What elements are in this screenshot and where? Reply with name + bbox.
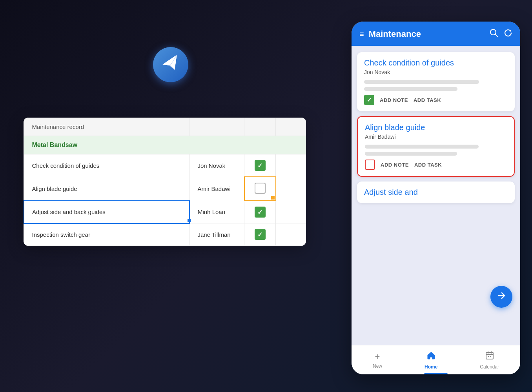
header-extra-col [276,118,306,136]
add-task-button-1[interactable]: ADD TASK [414,96,441,104]
status-cell[interactable] [244,177,276,201]
status-cell[interactable] [244,201,276,223]
task-card-2-actions: ADD NOTE ADD TASK [365,160,507,170]
spreadsheet-header-row: Maintenance record [24,118,306,136]
mobile-app-title: Maintenance [369,29,485,39]
nav-calendar-label: Calendar [480,364,499,370]
nav-item-home[interactable]: Home [417,349,445,371]
skeleton-line [364,80,479,84]
skeleton-line [364,87,457,91]
header-status-col [244,118,276,136]
checked-icon [255,207,266,218]
svg-rect-2 [486,352,493,359]
extra-cell [276,177,306,201]
task-name: Adjust side and back guides [24,201,189,223]
header-assignee-col [189,118,244,136]
svg-rect-7 [490,356,491,357]
table-row: Inspection switch gear Jane Tillman [24,223,306,246]
assignee-name: Jane Tillman [189,223,244,246]
skeleton-line [365,145,479,149]
task-card-1-actions: ✓ ADD NOTE ADD TASK [364,95,508,105]
section-row-metal-bandsaw: Metal Bandsaw [24,136,306,154]
add-note-button-1[interactable]: ADD NOTE [380,96,408,104]
search-icon[interactable] [490,29,498,40]
status-cell[interactable] [244,154,276,177]
extra-cell [276,154,306,177]
task-incomplete-checkbox[interactable] [365,160,375,170]
spreadsheet-panel: Maintenance record Metal Bandsaw Check c… [24,118,306,246]
table-row: Adjust side and back guides Minh Loan [24,201,306,223]
task-complete-checkbox[interactable]: ✓ [364,95,374,105]
checked-icon [255,229,266,240]
add-note-button-2[interactable]: ADD NOTE [381,161,409,169]
assignee-name: Amir Badawi [189,177,244,201]
paper-plane-logo [153,47,188,82]
hamburger-icon[interactable]: ≡ [359,30,364,39]
plus-icon: + [375,352,380,362]
home-icon [426,351,436,363]
section-label: Metal Bandsaw [24,136,306,154]
status-cell[interactable] [244,223,276,246]
extra-cell [276,223,306,246]
yellow-resize-dot [271,196,275,200]
nav-active-indicator [424,373,448,374]
task-card-1-assignee: Jon Novak [364,69,508,75]
header-action-icons [490,29,512,40]
nav-home-label: Home [425,364,437,370]
task-card-1-title: Check condition of guides [364,58,508,67]
assignee-name: Jon Novak [189,154,244,177]
task-name: Check condition of guides [24,154,189,177]
task-name: Inspection switch gear [24,223,189,246]
mobile-header: ≡ Maintenance [352,22,520,46]
paper-plane-icon [160,54,181,76]
checked-icon [255,160,266,171]
nav-new-label: New [373,363,382,369]
mobile-app-panel: ≡ Maintenance Check condition of guides … [352,22,520,374]
table-row: Align blade guide Amir Badawi [24,177,306,201]
task-card-2-assignee: Amir Badawi [365,134,507,140]
fab-button[interactable] [490,286,512,308]
svg-rect-6 [488,356,489,357]
task-name: Align blade guide [24,177,189,201]
task-card-3-partial: Adjust side and [357,181,515,203]
add-task-button-2[interactable]: ADD TASK [414,161,442,169]
nav-item-calendar[interactable]: Calendar [472,349,507,371]
mobile-bottom-nav: + New Home Calendar [352,345,520,374]
header-task-col: Maintenance record [24,118,189,136]
task-card-2-title: Align blade guide [365,123,507,132]
fab-arrow-icon [496,290,506,303]
calendar-icon [485,351,494,363]
nav-item-new[interactable]: + New [365,350,390,370]
refresh-icon[interactable] [504,29,512,40]
extra-cell [276,201,306,223]
skeleton-line [365,152,457,156]
task-card-2: Align blade guide Amir Badawi ADD NOTE A… [357,116,515,177]
table-row: Check condition of guides Jon Novak [24,154,306,177]
blue-resize-dot [188,219,191,222]
svg-line-1 [495,34,497,36]
task-card-3-title: Adjust side and [364,188,508,197]
assignee-name: Minh Loan [189,201,244,223]
task-card-1: Check condition of guides Jon Novak ✓ AD… [357,52,515,111]
unchecked-icon [255,183,266,194]
